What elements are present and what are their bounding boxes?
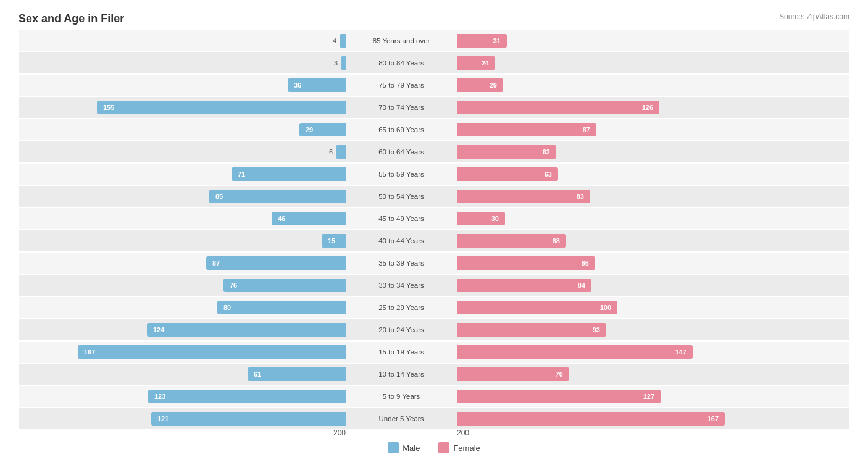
age-group-label: 50 to 54 Years: [346, 193, 457, 200]
bar-row: 2965 to 69 Years87: [19, 119, 849, 140]
bar-row: 660 to 64 Years62: [19, 141, 849, 162]
bar-male: 61: [248, 367, 346, 381]
bar-row: 121Under 5 Years167: [19, 408, 849, 429]
right-side: 86: [457, 253, 784, 274]
left-side: 6: [19, 141, 346, 162]
age-group-label: 35 to 39 Years: [346, 259, 457, 267]
female-value: 167: [704, 415, 722, 422]
female-value: 24: [478, 59, 492, 67]
male-value: 76: [227, 282, 240, 289]
axis-left-label: 200: [19, 429, 346, 437]
legend: Male Female: [19, 442, 849, 453]
legend-female-box: [438, 442, 449, 453]
bar-female: 147: [457, 345, 693, 359]
bar-male: 167: [78, 345, 346, 359]
male-value: 80: [220, 304, 234, 311]
age-group-label: 70 to 74 Years: [346, 104, 457, 111]
left-side: 61: [19, 364, 346, 385]
left-side: 124: [19, 319, 346, 340]
female-value: 83: [574, 193, 587, 200]
left-side: 46: [19, 208, 346, 229]
left-side: 36: [19, 75, 346, 96]
left-side: 71: [19, 164, 346, 185]
right-side: 87: [457, 119, 784, 140]
right-side: 30: [457, 208, 784, 229]
male-value: 15: [325, 237, 338, 245]
source-text: Source: ZipAtlas.com: [779, 12, 849, 21]
left-side: 4: [19, 30, 346, 51]
female-value: 100: [597, 304, 614, 311]
right-side: 70: [457, 364, 784, 385]
chart-container: Sex and Age in Filer Source: ZipAtlas.co…: [0, 0, 868, 457]
bar-female: 31: [457, 34, 507, 48]
female-value: 87: [580, 126, 593, 133]
bar-female: 29: [457, 78, 503, 92]
bar-male: 124: [147, 323, 346, 337]
bar-female: 62: [457, 145, 556, 159]
bar-row: 380 to 84 Years24: [19, 52, 849, 73]
bar-male: 121: [151, 412, 346, 426]
legend-male: Male: [388, 442, 420, 453]
bar-female: 87: [457, 123, 596, 136]
left-side: 15: [19, 230, 346, 251]
bar-female: 63: [457, 167, 558, 181]
bar-male: 36: [288, 78, 346, 92]
male-value: 71: [235, 170, 248, 178]
female-value: 93: [590, 326, 603, 333]
male-value: 85: [212, 193, 226, 200]
bar-row: 1235 to 9 Years127: [19, 386, 849, 407]
chart-area: 485 Years and over31380 to 84 Years24367…: [19, 30, 849, 426]
bar-female: 70: [457, 367, 569, 381]
bar-male: 80: [217, 301, 346, 314]
bar-row: 4645 to 49 Years30: [19, 208, 849, 229]
right-side: 127: [457, 386, 784, 407]
age-group-label: 60 to 64 Years: [346, 148, 457, 156]
left-side: 121: [19, 408, 346, 429]
female-value: 126: [639, 104, 656, 111]
bar-row: 1540 to 44 Years68: [19, 230, 849, 251]
legend-female: Female: [438, 442, 480, 453]
bar-male: 46: [272, 212, 346, 225]
left-side: 155: [19, 97, 346, 118]
bar-female: 86: [457, 256, 595, 270]
bar-row: 15570 to 74 Years126: [19, 97, 849, 118]
right-side: 29: [457, 75, 784, 96]
left-side: 85: [19, 186, 346, 207]
chart-title: Sex and Age in Filer: [19, 12, 849, 25]
female-value: 68: [549, 237, 563, 245]
right-side: 167: [457, 408, 784, 429]
age-group-label: 30 to 34 Years: [346, 282, 457, 289]
male-value: 29: [303, 126, 316, 133]
bar-female: 93: [457, 323, 606, 337]
bar-male: 85: [209, 190, 346, 203]
male-value: 123: [151, 393, 169, 400]
bar-male: 155: [97, 101, 346, 114]
bar-row: 16715 to 19 Years147: [19, 342, 849, 363]
age-group-label: 85 Years and over: [346, 37, 457, 44]
bar-male: [340, 34, 346, 48]
left-side: 3: [19, 52, 346, 73]
male-value: 4: [333, 37, 336, 44]
male-value: 87: [209, 259, 223, 267]
left-side: 87: [19, 253, 346, 274]
bar-row: 8735 to 39 Years86: [19, 253, 849, 274]
male-value: 124: [150, 326, 167, 333]
left-side: 29: [19, 119, 346, 140]
female-value: 62: [540, 148, 553, 156]
bar-row: 8550 to 54 Years83: [19, 186, 849, 207]
male-value: 46: [275, 215, 288, 222]
age-group-label: 25 to 29 Years: [346, 304, 457, 311]
age-group-label: 65 to 69 Years: [346, 126, 457, 133]
legend-male-box: [388, 442, 399, 453]
right-side: 24: [457, 52, 784, 73]
left-side: 167: [19, 342, 346, 363]
bar-row: 3675 to 79 Years29: [19, 75, 849, 96]
age-group-label: 15 to 19 Years: [346, 348, 457, 356]
age-group-label: 20 to 24 Years: [346, 326, 457, 333]
age-group-label: Under 5 Years: [346, 415, 457, 422]
right-side: 147: [457, 342, 784, 363]
female-value: 86: [578, 259, 592, 267]
left-side: 76: [19, 275, 346, 296]
bar-row: 485 Years and over31: [19, 30, 849, 51]
legend-male-label: Male: [403, 443, 420, 453]
